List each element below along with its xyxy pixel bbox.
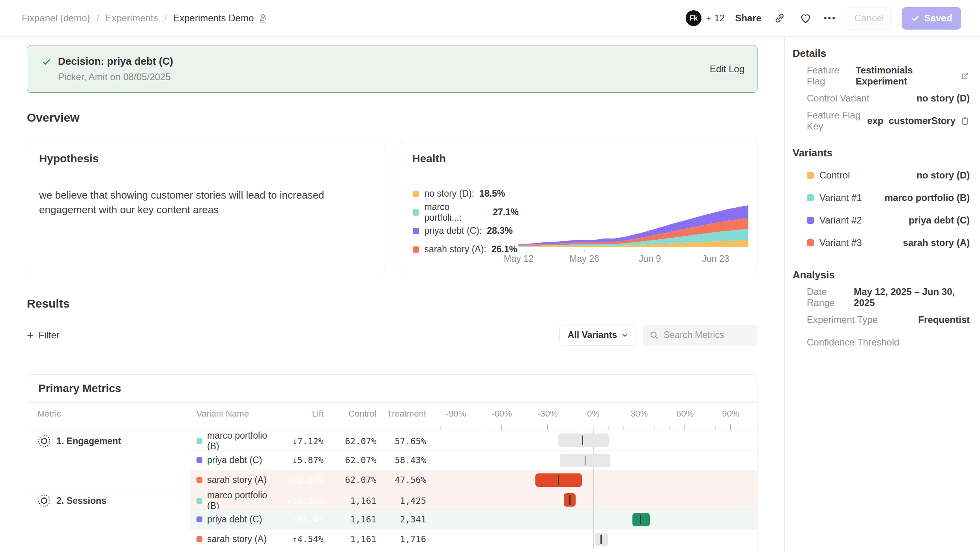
variant-name: sarah story (A) <box>207 475 267 485</box>
spacer-cell <box>426 430 438 452</box>
metric-row[interactable]: 2. Sessionsmarco portfolio (B)↓16.25%1,1… <box>27 490 757 509</box>
search-metrics-input[interactable] <box>664 330 746 340</box>
edit-log-button[interactable]: Edit Log <box>710 64 744 75</box>
metric-row[interactable]: sarah story (A)↓23.37%62.07%47.56% <box>27 470 757 490</box>
lift-axis-ruler <box>27 424 757 430</box>
metric-row[interactable]: priya debt (C)↑31.4%1,1612,341 <box>27 509 757 529</box>
zero-gridline <box>593 529 594 549</box>
confidence-interval-cell <box>438 490 757 511</box>
control-value: 1,161 <box>329 490 376 511</box>
detail-value[interactable]: exp_customerStory <box>867 115 970 126</box>
analysis-heading: Analysis <box>793 269 970 281</box>
add-filter-button[interactable]: + Filter <box>27 330 60 341</box>
health-title: Health <box>400 141 757 176</box>
all-variants-dropdown[interactable]: All Variants <box>559 325 636 345</box>
confidence-interval-bar <box>535 473 582 487</box>
spacer-cell <box>426 490 438 511</box>
analysis-value: May 12, 2025 – Jun 30, 2025 <box>854 286 970 308</box>
variant-label: Variant #3 <box>819 237 862 248</box>
detail-value: no story (D) <box>916 93 970 104</box>
col-treatment: Treatment <box>387 409 426 419</box>
analysis-row: Date RangeMay 12, 2025 – Jun 30, 2025 <box>793 286 970 308</box>
external-link-icon[interactable] <box>960 71 970 81</box>
confidence-interval-cell <box>438 509 757 529</box>
add-metric-button[interactable]: + Add <box>27 549 757 552</box>
zero-gridline <box>593 510 594 529</box>
health-area-chart <box>518 203 748 247</box>
health-card: Health no story (D): 18.5%marco portfoli… <box>400 141 757 273</box>
x-axis-tick <box>650 249 650 252</box>
legend-value: 27.1% <box>493 207 518 218</box>
variant-row: Variant #1marco portfolio (B) <box>793 186 970 209</box>
more-options-button[interactable]: ••• <box>824 13 836 23</box>
hypothesis-text[interactable]: we believe that showing customer stories… <box>27 176 385 217</box>
detail-value[interactable]: Testimonials Experiment <box>856 65 970 87</box>
lift-value: ↓23.37% <box>287 475 324 485</box>
variant-color-chip <box>196 438 202 444</box>
cancel-button[interactable]: Cancel <box>847 7 892 30</box>
ci-median-line <box>585 456 586 465</box>
decision-banner: Decision: priya debt (C) Picker, Amit on… <box>27 45 757 93</box>
detail-label: Feature Flag Key <box>807 110 867 132</box>
confidence-interval-bar <box>595 533 608 546</box>
lift-axis-tick <box>593 424 593 430</box>
lift-axis-label: 30% <box>630 409 648 419</box>
analysis-row: Experiment TypeFrequentist <box>793 308 970 331</box>
search-metrics-box <box>643 325 757 345</box>
primary-metrics-title: Primary Metrics <box>27 375 757 403</box>
variant-cell: sarah story (A) <box>190 470 277 490</box>
detail-row: Feature FlagTestimonials Experiment <box>793 64 970 87</box>
x-axis-tick <box>518 249 519 252</box>
legend-item: priya debt (C): 28.3% <box>413 226 518 236</box>
control-value: 62.07% <box>329 430 376 452</box>
variant-value: no story (D) <box>916 170 970 181</box>
breadcrumb-separator: / <box>165 13 167 24</box>
control-value: 1,161 <box>329 529 376 549</box>
experiment-page: Fixpanel {demo} / Experiments / Experime… <box>0 0 980 552</box>
top-bar: Fixpanel {demo} / Experiments / Experime… <box>0 0 980 37</box>
breadcrumb-current[interactable]: Experiments Demo <box>173 13 268 24</box>
analysis-value: Frequentist <box>918 314 970 325</box>
copy-icon[interactable] <box>960 116 970 126</box>
variant-key: Variant #1 <box>807 192 862 203</box>
favorite-heart-icon[interactable] <box>798 10 814 26</box>
lift-axis-tick <box>746 426 746 430</box>
x-axis-tick <box>716 249 716 252</box>
metric-row[interactable]: 1. Engagementmarco portfolio (B)↓7.12%62… <box>27 430 757 450</box>
microscope-icon <box>258 13 268 23</box>
collaborator-count[interactable]: + 12 <box>706 13 725 24</box>
lift-axis-tick <box>685 424 685 430</box>
x-axis-label: May 12 <box>504 253 533 264</box>
metric-target-icon <box>37 494 51 507</box>
confidence-interval-cell <box>438 450 757 470</box>
saved-button[interactable]: Saved <box>902 7 961 30</box>
breadcrumb-project[interactable]: Fixpanel {demo} <box>22 13 90 24</box>
variant-cell: priya debt (C) <box>190 509 277 529</box>
metric-row[interactable]: priya debt (C)↓5.87%62.07%58.43% <box>27 450 757 470</box>
decision-check-icon <box>41 57 52 83</box>
metric-row[interactable]: sarah story (A)↑4.54%1,1611,716 <box>27 529 757 549</box>
control-value: 62.07% <box>329 470 376 490</box>
variant-label: Variant #2 <box>819 215 862 226</box>
lift-value: ↑4.54% <box>292 534 324 544</box>
breadcrumb-experiments[interactable]: Experiments <box>105 13 158 24</box>
lift-axis-tick <box>486 426 486 430</box>
lift-value: ↓7.12% <box>292 436 324 446</box>
detail-value-text: no story (D) <box>916 93 970 104</box>
lift-cell: ↑31.4% <box>277 509 329 529</box>
control-value: 1,161 <box>329 509 376 529</box>
legend-label: no story (D): <box>424 188 474 199</box>
variant-color-chip <box>196 457 202 463</box>
check-icon <box>911 14 920 23</box>
lift-axis-label: 0% <box>587 409 600 419</box>
details-heading: Details <box>793 47 970 60</box>
x-axis-label: Jun 9 <box>639 253 661 264</box>
avatar[interactable]: Fk <box>686 10 701 26</box>
lift-axis-tick <box>608 426 609 430</box>
lift-axis-tick <box>670 426 670 430</box>
share-button[interactable]: Share <box>735 13 761 24</box>
col-variant-name: Variant Name <box>196 409 249 419</box>
lift-axis-tick <box>623 426 624 430</box>
col-control: Control <box>348 409 376 419</box>
copy-link-icon[interactable] <box>772 10 787 26</box>
